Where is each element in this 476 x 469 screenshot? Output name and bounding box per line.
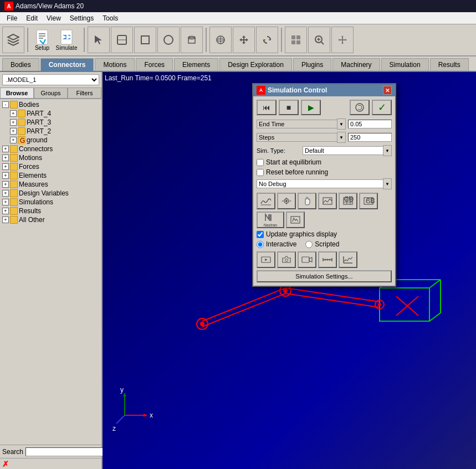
end-time-dropdown[interactable]	[257, 120, 337, 128]
nastran-btn[interactable]: Nastran	[257, 212, 284, 228]
toolbar-zoom[interactable]	[308, 27, 330, 53]
tree-item-results[interactable]: + Results	[1, 207, 100, 215]
menu-settings[interactable]: Settings	[65, 13, 98, 23]
update-graphics-checkbox[interactable]	[257, 231, 264, 238]
expand-measures[interactable]: +	[2, 181, 9, 188]
controls-icon-btn[interactable]	[286, 212, 305, 228]
hand-icon-btn[interactable]	[298, 193, 316, 209]
debug-input[interactable]	[257, 179, 383, 188]
tree-item-forces[interactable]: + Forces	[1, 162, 100, 171]
tree-item-part2[interactable]: + PART_2	[1, 127, 100, 136]
toolbar-transform[interactable]	[209, 27, 232, 53]
menu-tools[interactable]: Tools	[98, 13, 122, 23]
viewport[interactable]: Last_Run Time= 0.0500 Frame=251	[103, 72, 476, 469]
expand-motions[interactable]: +	[2, 154, 9, 161]
toolbar-box[interactable]	[134, 27, 156, 53]
stop-button[interactable]: ■	[279, 100, 299, 115]
tree-item-motions[interactable]: + Motions	[1, 153, 100, 162]
toolbar-cylinder[interactable]	[181, 27, 203, 53]
search-input[interactable]	[25, 447, 106, 456]
menu-edit[interactable]: Edit	[22, 13, 42, 23]
sim-type-arrow[interactable]: ▼	[383, 145, 392, 156]
tree-item-ground[interactable]: + G ground	[1, 136, 100, 145]
gear-icon-btn[interactable]	[277, 193, 296, 209]
tab-bodies[interactable]: Bodies	[2, 58, 39, 71]
camera-btn[interactable]	[277, 251, 296, 268]
interactive-radio-label[interactable]: Interactive	[257, 240, 296, 248]
tab-connectors[interactable]: Connectors	[40, 58, 94, 71]
tree-item-elements[interactable]: + Elements	[1, 171, 100, 180]
wave-icon-btn[interactable]	[257, 193, 275, 209]
tab-simulation[interactable]: Simulation	[381, 58, 429, 71]
tree-item-design-vars[interactable]: + Design Variables	[1, 189, 100, 198]
end-time-input[interactable]	[348, 120, 392, 128]
panel-tab-filters[interactable]: Filters	[68, 87, 101, 99]
start-at-eq-checkbox[interactable]	[257, 159, 264, 166]
table-icon-btn[interactable]: AB CD	[339, 193, 357, 209]
panel-tab-groups[interactable]: Groups	[34, 87, 68, 99]
plot-btn[interactable]	[339, 251, 357, 268]
expand-bodies[interactable]: -	[2, 101, 9, 108]
expand-part4[interactable]: +	[10, 110, 17, 117]
setup-btn[interactable]: Setup	[31, 27, 53, 53]
menu-view[interactable]: View	[42, 13, 65, 23]
expand-results[interactable]: +	[2, 208, 9, 214]
tree-item-all-other[interactable]: + All Other	[1, 215, 100, 224]
expand-ground[interactable]: +	[10, 137, 17, 143]
expand-all-other[interactable]: +	[2, 217, 9, 223]
tab-results[interactable]: Results	[430, 58, 469, 71]
video-btn[interactable]	[298, 251, 316, 268]
toolbar-icon-1[interactable]	[2, 27, 24, 53]
end-time-dropdown-arrow[interactable]: ▼	[337, 118, 346, 130]
reset-before-checkbox[interactable]	[257, 169, 264, 176]
scripted-radio-label[interactable]: Scripted	[305, 240, 339, 248]
tab-motions[interactable]: Motions	[95, 58, 135, 71]
steps-dropdown[interactable]	[257, 133, 337, 142]
expand-elements[interactable]: +	[2, 172, 9, 179]
expand-design-vars[interactable]: +	[2, 190, 9, 197]
tree-item-measures[interactable]: + Measures	[1, 180, 100, 189]
toolbar-measure[interactable]	[111, 27, 133, 53]
toolbar-sphere[interactable]	[157, 27, 180, 53]
toolbar-grid[interactable]	[285, 27, 307, 53]
rewind-button[interactable]: ⏮	[257, 100, 277, 115]
text-icon-btn[interactable]: AB CD	[359, 193, 378, 209]
toolbar-move[interactable]	[233, 27, 255, 53]
steps-input[interactable]	[348, 133, 392, 142]
tree-item-part3[interactable]: + PART_3	[1, 118, 100, 127]
simulate-btn[interactable]: ▶▶ Simulate	[55, 27, 78, 53]
measure-btn[interactable]	[318, 251, 337, 268]
panel-tab-browse[interactable]: Browse	[0, 87, 34, 99]
tree-item-bodies[interactable]: - Bodies	[1, 100, 100, 109]
toolbar-select[interactable]	[88, 27, 110, 53]
animate-btn[interactable]	[257, 251, 275, 268]
toolbar-rotate[interactable]	[256, 27, 278, 53]
expand-connectors[interactable]: +	[2, 146, 9, 152]
tab-design-exploration[interactable]: Design Exploration	[219, 58, 292, 71]
sim-settings-button[interactable]: Simulation Settings...	[257, 270, 392, 282]
dialog-close-button[interactable]: ✕	[383, 86, 392, 95]
graph-icon-btn[interactable]	[318, 193, 337, 209]
expand-forces[interactable]: +	[2, 163, 9, 170]
tab-forces[interactable]: Forces	[136, 58, 173, 71]
tree-item-simulations[interactable]: + Simulations	[1, 198, 100, 207]
sim-type-input[interactable]	[303, 146, 383, 155]
tab-machinery[interactable]: Machinery	[332, 58, 380, 71]
tree-item-connectors[interactable]: + Connectors	[1, 145, 100, 153]
expand-part3[interactable]: +	[10, 119, 17, 126]
confirm-button[interactable]: ✓	[372, 100, 392, 115]
tab-plugins[interactable]: Plugins	[293, 58, 331, 71]
menu-file[interactable]: File	[2, 13, 22, 23]
interactive-radio[interactable]	[257, 241, 264, 248]
steps-dropdown-arrow[interactable]: ▼	[337, 132, 346, 143]
toolbar-pan[interactable]	[331, 27, 354, 53]
record-button[interactable]	[350, 100, 370, 115]
debug-arrow[interactable]: ▼	[383, 178, 392, 189]
expand-simulations[interactable]: +	[2, 199, 9, 205]
play-button[interactable]: ▶	[301, 100, 321, 115]
tree-item-part4[interactable]: + PART_4	[1, 109, 100, 118]
model-selector[interactable]: .MODEL_1	[2, 74, 99, 85]
tab-elements[interactable]: Elements	[174, 58, 218, 71]
scripted-radio[interactable]	[305, 241, 313, 248]
expand-part2[interactable]: +	[10, 128, 17, 135]
